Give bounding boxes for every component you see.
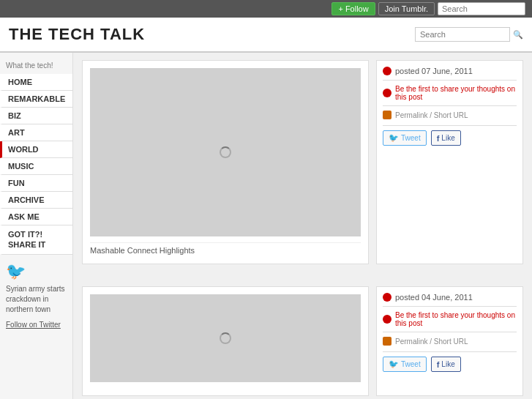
link-icon-2 [383, 337, 391, 346]
post-2-meta: posted 04 June, 2011 Be the first to sha… [376, 286, 523, 396]
post-2-image [90, 294, 361, 382]
sidebar-item-share[interactable]: GOT IT?! SHARE IT [0, 225, 72, 255]
site-title: THE TECH TALK [9, 25, 145, 44]
sidebar-twitter-section: 🐦 Syrian army starts crackdown in northe… [0, 255, 72, 337]
sidebar-item-music[interactable]: MUSIC [0, 158, 72, 175]
loading-spinner [220, 146, 231, 158]
comment-icon [383, 89, 391, 97]
post-1-date: posted 07 June, 2011 [383, 67, 517, 75]
post-2-date: posted 04 June, 2011 [383, 293, 517, 302]
site-header: THE TECH TALK 🔍 [0, 18, 532, 53]
post-1-permalink[interactable]: Permalink / Short URL [383, 111, 517, 119]
post-1-card: Mashable Connect Highlights [82, 60, 369, 264]
sidebar-item-biz[interactable]: BIZ [0, 108, 72, 124]
header-search: 🔍 [415, 27, 523, 42]
post-1-caption: Mashable Connect Highlights [90, 242, 361, 256]
twitter-text: Syrian army starts crackdown in northern… [6, 284, 67, 315]
header-search-input[interactable] [415, 27, 510, 42]
post-2-permalink[interactable]: Permalink / Short URL [383, 337, 517, 346]
link-icon [383, 111, 391, 119]
post-2-like-button[interactable]: f Like [431, 357, 461, 372]
date-icon-2 [383, 293, 391, 302]
post-1-image [90, 68, 361, 236]
sidebar-tagline: What the tech! [0, 59, 72, 74]
facebook-icon-2: f [437, 360, 440, 369]
post-2-actions: 🐦 Tweet f Like [383, 357, 517, 372]
follow-button[interactable]: + Follow [331, 2, 375, 15]
topbar-search-input[interactable] [438, 2, 525, 15]
post-1-comments: Be the first to share your thoughts on t… [383, 85, 517, 101]
post-1-actions: 🐦 Tweet f Like [383, 130, 517, 146]
follow-twitter-link[interactable]: Follow on Twitter [6, 321, 61, 329]
twitter-bird-icon: 🐦 [6, 262, 67, 281]
post-2-tweet-button[interactable]: 🐦 Tweet [383, 357, 427, 372]
sidebar-item-art[interactable]: ART [0, 124, 72, 141]
post-1-tweet-button[interactable]: 🐦 Tweet [383, 130, 427, 146]
sidebar-item-world[interactable]: WORLD [0, 141, 72, 158]
post-2-card [82, 286, 369, 396]
sidebar-item-remarkable[interactable]: REMARKABLE [0, 91, 72, 108]
sidebar: What the tech! HOME REMARKABLE BIZ ART W… [0, 53, 73, 399]
post-2-comments: Be the first to share your thoughts on t… [383, 311, 517, 327]
loading-spinner-2 [220, 332, 231, 344]
tweet-bird-icon: 🐦 [389, 133, 399, 143]
sidebar-item-archive[interactable]: ARCHIVE [0, 192, 72, 209]
header-search-icon: 🔍 [513, 30, 523, 40]
main-content: Mashable Connect Highlights posted 07 Ju… [73, 53, 532, 399]
tweet-bird-icon-2: 🐦 [389, 359, 399, 369]
post-1-like-button[interactable]: f Like [431, 130, 461, 146]
topbar: + Follow Join Tumblr. 🔍 [0, 0, 532, 18]
post-2-row: posted 04 June, 2011 Be the first to sha… [82, 286, 523, 399]
facebook-icon: f [437, 134, 440, 143]
post-1-row: Mashable Connect Highlights posted 07 Ju… [82, 60, 523, 275]
post-1-meta: posted 07 June, 2011 Be the first to sha… [376, 60, 523, 264]
date-icon [383, 67, 391, 75]
sidebar-item-ask-me[interactable]: ASK ME [0, 209, 72, 225]
sidebar-item-home[interactable]: HOME [0, 74, 72, 91]
sidebar-item-fun[interactable]: FUN [0, 175, 72, 192]
page-layout: What the tech! HOME REMARKABLE BIZ ART W… [0, 53, 532, 399]
join-tumblr-button[interactable]: Join Tumblr. [378, 2, 435, 15]
comment-icon-2 [383, 315, 391, 324]
